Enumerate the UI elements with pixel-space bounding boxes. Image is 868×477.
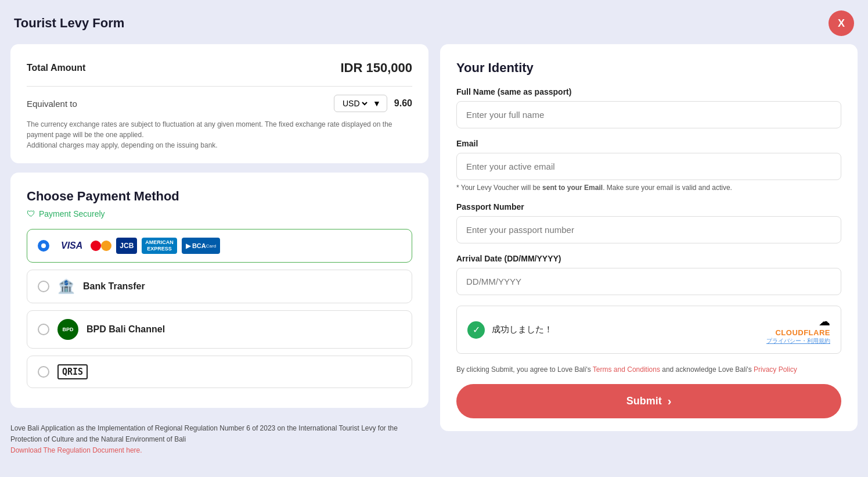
regulation-link[interactable]: Download The Regulation Document here.	[10, 446, 142, 454]
email-label: Email	[456, 139, 841, 148]
bank-transfer-label: Bank Transfer	[83, 281, 145, 292]
cf-success-text: 成功しました！	[492, 324, 553, 335]
identity-form: Your Identity Full Name (same as passpor…	[440, 44, 858, 431]
arrival-label: Arrival Date (DD/MM/YYYY)	[456, 254, 841, 263]
shield-icon: 🛡	[27, 209, 35, 218]
email-group: Email * Your Levy Voucher will be sent t…	[456, 139, 841, 192]
page-title: Tourist Levy Form	[14, 16, 124, 31]
equivalent-label: Equivalent to	[27, 99, 327, 109]
privacy-link[interactable]: Privacy Policy	[754, 365, 797, 374]
cf-right: ☁ CLOUDFLARE プライバシー・利用規約	[766, 314, 830, 345]
passport-input[interactable]	[456, 216, 841, 243]
bank-transfer-icon: 🏦	[57, 278, 75, 295]
cloudflare-logo-text: CLOUDFLARE	[775, 328, 830, 337]
email-note: * Your Levy Voucher will be sent to your…	[456, 184, 841, 192]
cloudflare-cloud-icon: ☁	[819, 314, 830, 328]
equivalent-value: 9.60	[394, 98, 412, 109]
visa-logo: VISA	[57, 238, 86, 254]
card-logos: VISA JCB AMERICANEXPRESS ▶ BCACard	[57, 238, 220, 254]
submit-label: Submit	[626, 395, 662, 407]
submit-button[interactable]: Submit ›	[456, 384, 841, 418]
fullname-group: Full Name (same as passport)	[456, 87, 841, 128]
jcb-logo: JCB	[116, 238, 137, 254]
cloudflare-verification: ✓ 成功しました！ ☁ CLOUDFLARE プライバシー・利用規約	[456, 306, 841, 354]
mastercard-logo	[91, 239, 111, 253]
payment-option-card[interactable]: VISA JCB AMERICANEXPRESS ▶ BCACard	[27, 229, 412, 263]
footer-note: Love Bali Application as the Implementat…	[10, 417, 428, 457]
amex-logo: AMERICANEXPRESS	[142, 238, 177, 254]
bpd-label: BPD Bali Channel	[87, 324, 165, 335]
payment-option-bank[interactable]: 🏦 Bank Transfer	[27, 270, 412, 303]
cloudflare-links[interactable]: プライバシー・利用規約	[766, 337, 830, 345]
cf-left: ✓ 成功しました！	[467, 321, 553, 339]
payment-option-bpd[interactable]: BPD BPD Bali Channel	[27, 310, 412, 349]
arrival-date-input[interactable]	[456, 268, 841, 295]
close-button[interactable]: X	[829, 10, 854, 36]
currency-dropdown[interactable]: USD EUR AUD	[340, 98, 369, 109]
total-amount-card: Total Amount IDR 150,000 Equivalent to U…	[10, 44, 428, 163]
total-value: IDR 150,000	[340, 60, 412, 76]
passport-label: Passport Number	[456, 202, 841, 211]
currency-selector[interactable]: USD EUR AUD ▼	[334, 95, 387, 112]
terms-link[interactable]: Terms and Conditions	[593, 365, 660, 374]
radio-card[interactable]	[38, 240, 49, 252]
left-column: Total Amount IDR 150,000 Equivalent to U…	[10, 44, 428, 457]
radio-qris[interactable]	[38, 366, 49, 378]
arrival-date-group: Arrival Date (DD/MM/YYYY)	[456, 254, 841, 295]
qris-logo: QRIS	[57, 364, 88, 379]
cloudflare-logo: ☁ CLOUDFLARE	[766, 314, 830, 337]
bpd-icon: BPD	[57, 319, 78, 340]
radio-bank[interactable]	[38, 281, 49, 292]
fullname-label: Full Name (same as passport)	[456, 87, 841, 96]
bca-logo: ▶ BCACard	[182, 238, 220, 254]
payment-option-qris[interactable]: QRIS	[27, 356, 412, 388]
email-input[interactable]	[456, 153, 841, 180]
total-label: Total Amount	[27, 63, 85, 73]
payment-title: Choose Payment Method	[27, 189, 412, 204]
terms-note: By clicking Submit, you agree to Love Ba…	[456, 364, 841, 375]
exchange-note: The currency exchange rates are subject …	[27, 119, 412, 150]
radio-bpd[interactable]	[38, 324, 49, 335]
secure-label: Payment Securely	[39, 209, 105, 218]
secure-badge: 🛡 Payment Securely	[27, 209, 412, 218]
payment-method-card: Choose Payment Method 🛡 Payment Securely…	[10, 173, 428, 408]
passport-group: Passport Number	[456, 202, 841, 243]
fullname-input[interactable]	[456, 101, 841, 128]
identity-title: Your Identity	[456, 60, 841, 76]
cf-check-icon: ✓	[467, 321, 485, 339]
submit-arrow-icon: ›	[668, 394, 672, 408]
